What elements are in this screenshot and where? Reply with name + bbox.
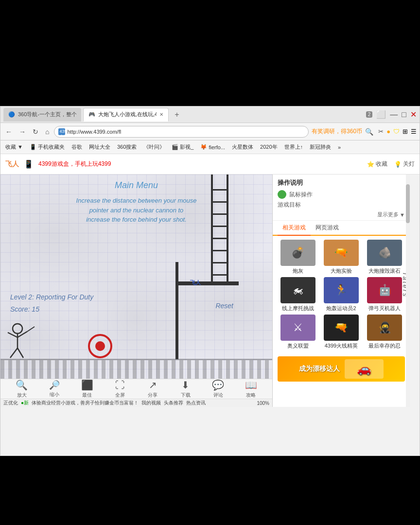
zoom-out-icon: 🔎 [49,380,60,390]
download-button[interactable]: ⬇ 下载 [174,379,198,399]
download-icon: ⬇ [181,379,190,391]
ladder-rung-3 [213,213,227,215]
promo-text[interactable]: 有奖调研，得360币 [312,127,362,136]
collect-button[interactable]: ⭐ 收藏 [367,160,387,168]
svg-line-4 [10,348,18,358]
fullscreen-button[interactable]: ⛶ 全屏 [108,380,132,399]
bm-2020[interactable]: 2020年 [257,142,280,152]
zoom-in-button[interactable]: 🔍 放大 [10,379,34,399]
status-headline: 头条推荐 [164,400,183,406]
bm-2020-label: 2020年 [260,143,277,151]
maximize-button[interactable]: □ [402,110,406,119]
game-card-paohui[interactable]: 💣 炮灰 [278,240,318,274]
show-more-button[interactable]: 显示更多 ▼ [278,211,405,218]
scrollbar-thumb [406,184,410,223]
bm-mars-label: 火星数体 [232,143,253,151]
game-reset-button[interactable]: Reset [215,302,233,310]
ladder-left [211,175,213,281]
game-area[interactable]: Main Menu Increase the distance between … [0,175,273,379]
game-instruction-text: Increase the distance between your mouse… [76,197,197,223]
bm-video[interactable]: 🎬 影视_ [169,142,196,152]
share-button[interactable]: ↗ 分享 [140,379,165,399]
game-name-dapaoshiyan: 大炮实验 [331,268,352,274]
shield-icon[interactable]: 🛡 [393,128,400,135]
home-button[interactable]: ⌂ [43,127,51,137]
bm-world[interactable]: 世界上↑ [281,142,306,152]
bm-more-label: » [338,144,341,150]
bottom-wall [0,360,272,379]
game-card-dapaozhang[interactable]: 🪨 大炮撞毁滚石 [365,240,405,274]
bm-firefox-label: fierfo... [209,144,225,150]
game-card-moto[interactable]: 🏍 线上摩托挑战 [278,277,318,312]
minimize-button[interactable]: — [390,110,398,119]
bm-covid[interactable]: 新冠肺炎 [307,142,334,152]
forward-button[interactable]: → [17,127,28,137]
search-button[interactable]: 🔍 [365,128,373,136]
tab-360[interactable]: 🔵 360导航-一个主页，整个世界 [3,108,81,122]
url-bar[interactable]: 4399小游戏 http://www.4399.com/fl [54,126,309,138]
game-card-ninja[interactable]: 🥷 最后幸存的忍 [365,315,405,349]
bm-google[interactable]: 谷歌 [69,142,85,152]
sidebar-scrollbar[interactable] [406,175,410,407]
close-button[interactable]: ✕ [410,110,417,119]
tab-web-games[interactable]: 网页游戏 [311,221,344,235]
score-value: 15 [32,305,39,313]
tab-4399-label: 大炮飞人小游戏,在线玩,4399... [98,111,157,118]
tab-related-games[interactable]: 相关游戏 [278,221,311,236]
download-label: 下载 [181,392,191,399]
game-card-dapaoshiyan[interactable]: 🔫 大炮实验 [321,240,361,274]
bm-firefox[interactable]: 🦊 fierfo... [197,143,228,151]
status-hotspot: 热点资讯 [186,400,206,406]
game-card-paohong[interactable]: 🏃 炮轰运动员2 [321,277,361,312]
bm-mobile[interactable]: 📱 手机收藏夹 [27,142,68,152]
bm-collect[interactable]: 收藏 ▼ [2,142,26,152]
bm-world-label: 世界上↑ [284,143,303,151]
site-logo: 飞人 [5,160,19,169]
zoom-in-icon: 🔍 [16,379,28,391]
game-name-dapaozhang: 大炮撞毁滚石 [368,268,401,274]
status-zoom: 100% [257,401,269,406]
bm-yewn[interactable]: 《叶问》 [140,142,168,152]
share-label: 分享 [148,392,158,399]
zoom-out-button[interactable]: 🔎 缩小 [42,380,67,398]
tab-4399[interactable]: 🎮 大炮飞人小游戏,在线玩,4399... ✕ [83,108,169,122]
light-button[interactable]: 💡 关灯 [394,160,415,168]
tools-icon[interactable]: ✂ [378,128,384,135]
status-loading: 正优化 [3,400,18,406]
bm-more[interactable]: » [335,143,344,151]
apps-icon[interactable]: ⊞ [402,128,408,135]
game-name-moto: 线上摩托挑战 [282,305,314,312]
refresh-button[interactable]: ↻ [31,127,40,137]
bookmarks-bar: 收藏 ▼ 📱 手机收藏夹 谷歌 网址大全 360搜索 《叶问》 🎬 影视_ 🦊 … [0,140,420,154]
game-card-huoxian[interactable]: 🔫 4399火线精英 [321,315,361,349]
user-icon[interactable]: ● [386,128,390,135]
tab-360-label: 360导航-一个主页，整个世界 [18,111,76,118]
game-card-aoyi[interactable]: ⚔ 奥义联盟 [278,315,318,349]
status-myvideo: 我的视频 [141,400,161,406]
back-button[interactable]: ← [3,127,14,137]
banner-ad[interactable]: 成为漂移达人 🚗 [278,356,405,382]
best-view-label: 最佳 [82,392,92,399]
comment-button[interactable]: 💬 评论 [206,379,230,399]
site-mobile-link[interactable]: 4399游戏盒，手机上玩4399 [38,160,111,168]
guide-button[interactable]: 📖 攻略 [239,379,263,399]
menu-icon[interactable]: ☰ [411,128,417,135]
svg-line-3 [18,332,27,337]
game-ladder [211,175,228,281]
best-view-button[interactable]: ⬛ 最佳 [75,379,99,399]
game-main-menu: Main Menu [0,180,272,191]
ops-section: 操作说明 鼠标操作 游戏目标 显示更多 ▼ [273,175,410,221]
black-bar-top [0,0,420,106]
svg-line-5 [18,348,23,358]
bm-nav[interactable]: 网址大全 [86,142,113,152]
game-name-huoxian: 4399火线精英 [325,343,358,349]
downloads-icon[interactable]: ⬜ [376,110,386,119]
bm-360[interactable]: 360搜索 [114,142,140,152]
bm-google-label: 谷歌 [71,143,82,151]
new-tab-button[interactable]: + [171,108,183,121]
zoom-out-label: 缩小 [50,391,59,398]
tab-4399-close[interactable]: ✕ [159,112,163,117]
bm-mars[interactable]: 火星数体 [229,142,256,152]
tab-360-favicon: 🔵 [8,111,15,118]
address-icons: 有奖调研，得360币 🔍 [312,127,373,136]
